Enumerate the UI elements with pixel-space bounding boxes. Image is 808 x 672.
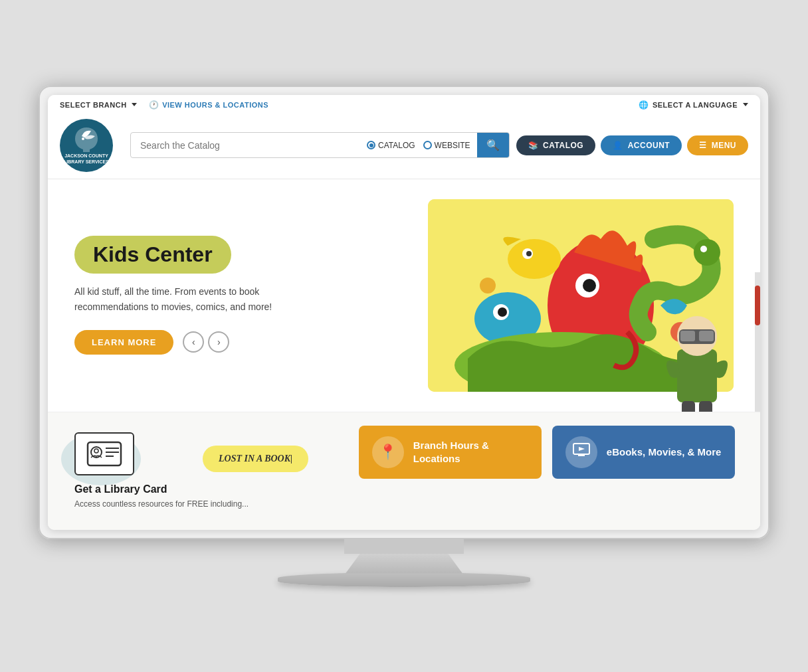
scrollbar-thumb[interactable] bbox=[755, 286, 760, 325]
hero-container: Kids Center All kid stuff, all the time.… bbox=[48, 179, 760, 412]
svg-point-14 bbox=[670, 322, 690, 342]
bottom-section: Get a Library Card Access countless reso… bbox=[48, 412, 760, 530]
learn-more-button[interactable]: LEARN MORE bbox=[74, 330, 173, 355]
logo-text: JACKSON COUNTY LIBRARY SERVICES bbox=[60, 153, 113, 165]
browser-window: SELECT BRANCH 🕐 VIEW HOURS & LOCATIONS 🌐… bbox=[48, 95, 760, 530]
svg-marker-32 bbox=[579, 447, 585, 451]
website-radio-label[interactable]: WEBSITE bbox=[423, 141, 470, 150]
website-radio[interactable] bbox=[423, 141, 432, 149]
catalog-radio-label[interactable]: CATALOG bbox=[367, 141, 415, 150]
top-utilities: SELECT BRANCH 🕐 VIEW HOURS & LOCATIONS 🌐… bbox=[60, 100, 748, 114]
book-icon: 📚 bbox=[528, 141, 539, 150]
clock-icon: 🕐 bbox=[149, 100, 159, 110]
svg-point-9 bbox=[526, 251, 532, 256]
hero-title: Kids Center bbox=[93, 242, 213, 267]
location-pin-icon: 📍 bbox=[379, 444, 397, 461]
monitor-stand bbox=[331, 554, 477, 574]
hero-section: Kids Center All kid stuff, all the time.… bbox=[48, 179, 760, 412]
top-bar: SELECT BRANCH 🕐 VIEW HOURS & LOCATIONS 🌐… bbox=[48, 95, 760, 179]
user-icon: 👤 bbox=[613, 141, 623, 150]
chevron-down-icon bbox=[743, 103, 748, 106]
branch-hours-card[interactable]: 📍 Branch Hours & Locations bbox=[359, 426, 542, 479]
library-card-icon bbox=[74, 432, 134, 475]
hero-right bbox=[428, 199, 734, 392]
monitor-neck bbox=[344, 539, 464, 554]
catalog-button[interactable]: 📚 CATALOG bbox=[516, 135, 596, 155]
search-bar-wrap: CATALOG WEBSITE 🔍 bbox=[130, 132, 748, 158]
website-radio-text: WEBSITE bbox=[435, 141, 470, 150]
svg-point-0 bbox=[82, 137, 84, 140]
menu-button[interactable]: ☰ MENU bbox=[687, 135, 748, 155]
library-card-title: Get a Library Card bbox=[74, 483, 167, 495]
top-left-utils: SELECT BRANCH 🕐 VIEW HOURS & LOCATIONS bbox=[60, 100, 268, 110]
catalog-radio-text: CATALOG bbox=[378, 141, 415, 150]
svg-point-27 bbox=[94, 449, 98, 453]
monitor-screen: SELECT BRANCH 🕐 VIEW HOURS & LOCATIONS 🌐… bbox=[39, 86, 769, 539]
monitor-wrapper: SELECT BRANCH 🕐 VIEW HOURS & LOCATIONS 🌐… bbox=[39, 86, 769, 587]
view-hours-link[interactable]: 🕐 VIEW HOURS & LOCATIONS bbox=[149, 100, 268, 110]
library-card-section: Get a Library Card Access countless reso… bbox=[68, 426, 275, 517]
ebooks-icon-circle bbox=[565, 436, 597, 468]
svg-point-6 bbox=[700, 246, 707, 252]
search-icon: 🔍 bbox=[486, 139, 500, 151]
account-button[interactable]: 👤 ACCOUNT bbox=[601, 135, 682, 155]
ebooks-card[interactable]: eBooks, Movies, & More bbox=[552, 426, 735, 479]
chevron-down-icon bbox=[132, 103, 137, 106]
screen-play-icon bbox=[572, 441, 591, 463]
nav-buttons: 📚 CATALOG 👤 ACCOUNT ☰ MENU bbox=[516, 135, 748, 155]
svg-point-15 bbox=[480, 278, 496, 294]
hero-image bbox=[428, 199, 734, 392]
logo[interactable]: JACKSON COUNTY LIBRARY SERVICES bbox=[60, 119, 113, 172]
doodle-art-svg bbox=[428, 199, 734, 392]
ebooks-title: eBooks, Movies, & More bbox=[607, 446, 722, 459]
branch-hours-info: Branch Hours & Locations bbox=[413, 439, 528, 465]
ebooks-info: eBooks, Movies, & More bbox=[607, 446, 722, 459]
bars-icon: ☰ bbox=[699, 141, 707, 150]
main-nav: JACKSON COUNTY LIBRARY SERVICES CATALOG bbox=[60, 114, 748, 179]
svg-point-12 bbox=[498, 307, 507, 317]
select-branch-button[interactable]: SELECT BRANCH bbox=[60, 101, 137, 109]
svg-point-5 bbox=[694, 239, 720, 266]
scrollbar-track bbox=[755, 272, 760, 412]
select-language-button[interactable]: 🌐 SELECT A LANGUAGE bbox=[639, 100, 748, 110]
lost-in-book-bubble: LOST IN A BOOK| bbox=[203, 446, 308, 472]
monitor-base bbox=[278, 572, 530, 587]
branch-hours-title: Branch Hours & Locations bbox=[413, 439, 528, 465]
svg-rect-25 bbox=[88, 442, 121, 465]
svg-point-4 bbox=[583, 279, 596, 292]
location-icon-circle: 📍 bbox=[372, 436, 404, 468]
carousel-next-button[interactable]: › bbox=[208, 331, 229, 353]
library-card-desc: Access countless resources for FREE incl… bbox=[74, 498, 249, 510]
carousel-nav: ‹ › bbox=[183, 331, 229, 353]
hero-actions: LEARN MORE ‹ › bbox=[74, 330, 408, 355]
search-input[interactable] bbox=[131, 135, 360, 156]
hero-left: Kids Center All kid stuff, all the time.… bbox=[74, 236, 408, 355]
search-button[interactable]: 🔍 bbox=[477, 133, 509, 157]
carousel-prev-button[interactable]: ‹ bbox=[183, 331, 204, 353]
svg-point-7 bbox=[508, 239, 561, 279]
hero-title-blob: Kids Center bbox=[74, 236, 231, 274]
catalog-radio[interactable] bbox=[367, 141, 375, 149]
hero-description: All kid stuff, all the time. From events… bbox=[74, 284, 300, 314]
radio-group: CATALOG WEBSITE bbox=[360, 141, 477, 150]
search-input-container: CATALOG WEBSITE 🔍 bbox=[130, 132, 510, 158]
globe-icon: 🌐 bbox=[639, 100, 649, 110]
